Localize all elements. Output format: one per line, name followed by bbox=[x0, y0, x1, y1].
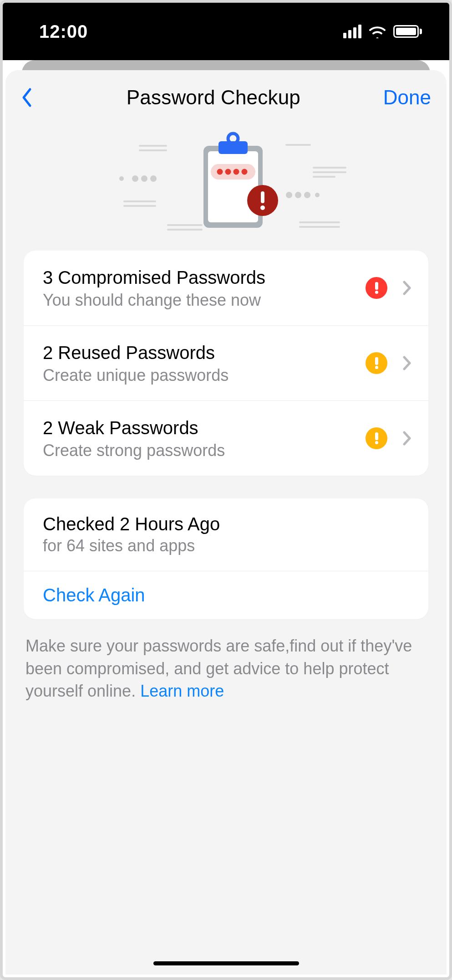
svg-rect-9 bbox=[139, 149, 167, 151]
checked-title: Checked 2 Hours Ago bbox=[43, 514, 415, 534]
device-frame: 12:00 Password Checkup Done bbox=[0, 0, 452, 980]
learn-more-link[interactable]: Learn more bbox=[140, 682, 224, 700]
svg-point-4 bbox=[286, 192, 292, 198]
clipboard-icon bbox=[90, 128, 363, 237]
svg-point-3 bbox=[150, 175, 157, 182]
svg-point-28 bbox=[241, 169, 247, 175]
chevron-left-icon bbox=[21, 87, 32, 108]
status-icons bbox=[343, 25, 422, 38]
exclamation-icon bbox=[375, 357, 378, 369]
exclamation-icon bbox=[375, 432, 378, 444]
done-button[interactable]: Done bbox=[383, 86, 431, 109]
chevron-right-icon bbox=[403, 356, 411, 370]
row-text: Checked 2 Hours Ago for 64 sites and app… bbox=[43, 514, 415, 555]
row-check-again[interactable]: Check Again bbox=[24, 571, 428, 619]
row-subtitle: Create unique passwords bbox=[43, 366, 355, 385]
wifi-icon bbox=[368, 25, 387, 38]
svg-point-31 bbox=[260, 205, 265, 210]
row-text: 2 Weak Passwords Create strong passwords bbox=[43, 416, 355, 460]
svg-rect-17 bbox=[313, 176, 335, 178]
cellular-icon bbox=[343, 25, 361, 38]
back-button[interactable] bbox=[21, 87, 44, 108]
chevron-right-icon bbox=[403, 281, 411, 295]
row-title: 3 Compromised Passwords bbox=[43, 266, 355, 289]
row-title: 2 Reused Passwords bbox=[43, 341, 355, 364]
row-title: 2 Weak Passwords bbox=[43, 416, 355, 439]
row-checked: Checked 2 Hours Ago for 64 sites and app… bbox=[24, 498, 428, 571]
main-sheet: Password Checkup Done bbox=[5, 70, 447, 975]
svg-rect-30 bbox=[261, 191, 264, 203]
checked-card: Checked 2 Hours Ago for 64 sites and app… bbox=[24, 498, 428, 619]
svg-point-2 bbox=[141, 175, 147, 182]
row-text: 2 Reused Passwords Create unique passwor… bbox=[43, 341, 355, 385]
exclamation-icon bbox=[375, 282, 378, 294]
chevron-right-icon bbox=[403, 431, 411, 446]
svg-rect-16 bbox=[313, 171, 346, 173]
row-reused[interactable]: 2 Reused Passwords Create unique passwor… bbox=[24, 325, 428, 400]
svg-point-27 bbox=[233, 169, 239, 175]
svg-rect-12 bbox=[167, 224, 203, 226]
svg-point-0 bbox=[119, 176, 124, 181]
svg-rect-10 bbox=[123, 200, 156, 202]
row-subtitle: You should change these now bbox=[43, 291, 355, 310]
battery-icon bbox=[393, 25, 422, 38]
svg-rect-8 bbox=[139, 145, 167, 147]
illustration bbox=[5, 125, 447, 251]
svg-rect-19 bbox=[299, 226, 340, 228]
svg-rect-13 bbox=[167, 229, 203, 231]
svg-point-23 bbox=[228, 133, 238, 144]
svg-point-25 bbox=[217, 169, 223, 175]
nav-bar: Password Checkup Done bbox=[5, 70, 447, 125]
home-indicator[interactable] bbox=[153, 961, 299, 965]
checked-subtitle: for 64 sites and apps bbox=[43, 536, 415, 555]
alert-badge-yellow bbox=[366, 352, 387, 374]
alert-badge-red bbox=[366, 277, 387, 299]
check-again-button[interactable]: Check Again bbox=[43, 585, 145, 605]
svg-rect-15 bbox=[313, 167, 346, 169]
status-time: 12:00 bbox=[39, 21, 88, 42]
svg-point-1 bbox=[132, 175, 138, 182]
svg-rect-14 bbox=[285, 144, 311, 146]
page-title: Password Checkup bbox=[127, 86, 300, 109]
status-bar: 12:00 bbox=[3, 3, 449, 60]
svg-rect-21 bbox=[208, 151, 258, 222]
row-text: 3 Compromised Passwords You should chang… bbox=[43, 266, 355, 310]
svg-point-7 bbox=[315, 193, 320, 197]
svg-point-6 bbox=[304, 192, 310, 198]
svg-rect-18 bbox=[299, 221, 340, 223]
row-weak[interactable]: 2 Weak Passwords Create strong passwords bbox=[24, 400, 428, 476]
svg-point-26 bbox=[225, 169, 231, 175]
alert-badge-yellow bbox=[366, 427, 387, 449]
svg-rect-11 bbox=[123, 205, 156, 207]
issues-card: 3 Compromised Passwords You should chang… bbox=[24, 251, 428, 476]
svg-point-5 bbox=[295, 192, 301, 198]
row-compromised[interactable]: 3 Compromised Passwords You should chang… bbox=[24, 251, 428, 325]
footer-text: Make sure your passwords are safe,find o… bbox=[25, 635, 427, 703]
row-subtitle: Create strong passwords bbox=[43, 441, 355, 460]
